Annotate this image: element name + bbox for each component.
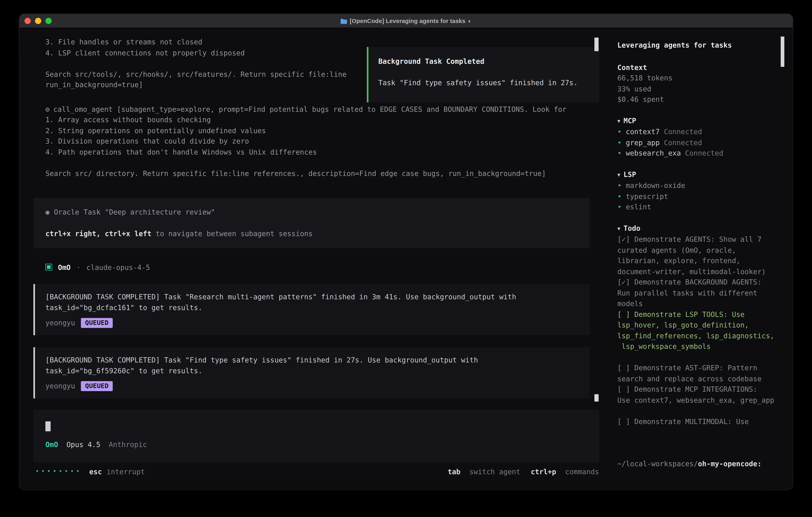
tool-call-line: 4. Path operations that don't handle Win… [32, 146, 599, 157]
bullet-icon: • [617, 191, 621, 202]
collapse-icon: ▼ [617, 225, 620, 231]
fullscreen-button[interactable] [46, 18, 52, 24]
session-sidebar: Leveraging agents for tasks Context 66,5… [610, 28, 793, 490]
path-prefix: ~/local-workspaces/ [617, 459, 698, 468]
todo-item-done: [✓] Demonstrate AGENTS: Show all 7 curat… [617, 234, 778, 277]
scrollback-line: 3. File handles or streams not closed [32, 36, 599, 47]
gear-icon: ⚙ [46, 105, 50, 113]
tool-call-line: 3. Division operations that could divide… [32, 136, 599, 146]
collapse-icon: ▼ [617, 171, 620, 177]
background-task-message: [BACKGROUND TASK COMPLETED] Task "Find t… [33, 347, 590, 399]
provider-label: Anthropic [109, 439, 147, 450]
close-button[interactable] [25, 18, 31, 24]
mcp-item-text: websearch_exaConnected [626, 148, 723, 159]
lsp-item: •typescript [617, 191, 778, 202]
chat-scrollbar-thumb[interactable] [594, 37, 599, 51]
tool-call-text: call_omo_agent [subagent_type=explore, p… [53, 105, 567, 113]
todo-item-pending: [ ] Demonstrate MCP INTEGRATIONS: Use co… [617, 384, 778, 405]
chat-scrollbar-thumb-lower[interactable] [594, 394, 599, 402]
folder-icon [340, 18, 347, 24]
spinner-dots-icon: •••••••• [35, 466, 82, 477]
mcp-section: ▼MCP •context7Connected •grep_appConnect… [617, 115, 778, 159]
context-spent: $0.46 spent [617, 94, 778, 105]
mcp-item: •websearch_exaConnected [617, 148, 778, 159]
mcp-name: context7 [626, 127, 660, 136]
mcp-status: Connected [664, 127, 702, 136]
context-section: Context 66,518 tokens 33% used $0.46 spe… [617, 62, 778, 105]
ctrlp-key-hint: ctrl+p [531, 467, 556, 476]
todo-item-pending: [ ] Demonstrate AST-GREP: Pattern search… [617, 362, 778, 384]
lsp-heading-label: LSP [624, 170, 636, 178]
blank-line [32, 157, 599, 168]
hint-text: to navigate between subagent sessions [151, 229, 313, 238]
session-title: Leveraging agents for tasks [617, 39, 778, 50]
context-heading: Context [617, 62, 778, 73]
collapse-icon: ▼ [617, 118, 620, 124]
tool-call-block: ⚙call_omo_agent [subagent_type=explore, … [32, 104, 599, 179]
separator-dot: · [76, 262, 81, 273]
notification-body: Task "Find type safety issues" finished … [378, 77, 589, 88]
tool-call-line: Search src/ directory. Return specific f… [32, 168, 599, 179]
bullet-icon: • [617, 137, 621, 148]
message-meta: yeongyu QUEUED [46, 317, 579, 328]
bullet-icon: • [617, 126, 621, 137]
screen: [OpenCode] Leveraging agents for tasks ◐… [0, 0, 812, 517]
context-tokens: 66,518 tokens [617, 73, 778, 83]
window-controls [25, 18, 52, 24]
active-agent-label: OmO [46, 439, 58, 450]
lsp-item: •eslint [617, 201, 778, 212]
status-badge: QUEUED [81, 318, 113, 328]
agent-checkbox-icon [46, 264, 52, 271]
active-model-label: Opus 4.5 [66, 439, 100, 450]
sidebar-scrollbar-thumb[interactable] [781, 36, 784, 67]
lsp-heading: ▼LSP [617, 169, 778, 180]
mcp-status: Connected [664, 138, 702, 146]
message-user: yeongyu [46, 317, 75, 328]
oracle-task-panel: ◉ Oracle Task "Deep architecture review"… [33, 198, 590, 248]
mcp-name: grep_app [626, 138, 660, 146]
commands-hint: ctrl+p commands [531, 466, 599, 477]
text-cursor [46, 421, 51, 431]
minimize-button[interactable] [35, 18, 41, 24]
tool-call-header: ⚙call_omo_agent [subagent_type=explore, … [32, 104, 599, 114]
todo-item-done: [✓] Demonstrate BACKGROUND AGENTS: Run p… [617, 277, 778, 309]
terminal-window: [OpenCode] Leveraging agents for tasks ◐… [19, 14, 793, 490]
window-content: 3. File handles or streams not closed 4.… [19, 28, 793, 490]
message-user: yeongyu [46, 380, 75, 391]
agent-model: claude-opus-4-5 [86, 262, 150, 273]
hint-keys: ctrl+x right, ctrl+x left [46, 229, 151, 238]
input-footer: OmO Opus 4.5 Anthropic [46, 439, 586, 450]
bullet-icon: • [617, 201, 621, 212]
mcp-item: •grep_appConnected [617, 137, 778, 148]
todo-heading: ▼Todo [617, 223, 778, 234]
tab-hint: tab switch agent [448, 466, 520, 477]
status-bar: •••••••• esc interrupt tab switch agent … [32, 467, 599, 476]
blank-line [33, 218, 590, 228]
chat-pane: 3. File handles or streams not closed 4.… [32, 28, 599, 490]
todo-section: ▼Todo [✓] Demonstrate AGENTS: Show all 7… [617, 223, 778, 427]
mcp-heading-label: MCP [624, 116, 636, 125]
status-badge: QUEUED [81, 381, 113, 391]
agent-name: OmO [58, 262, 71, 273]
toast-notification: Background Task Completed Task "Find typ… [367, 47, 599, 102]
workspace-path-line: ~/local-workspaces/oh-my-opencode: [617, 458, 778, 469]
mcp-item-text: context7Connected [626, 126, 702, 137]
bullet-icon: • [617, 180, 621, 191]
session-state-icon: ◐ [468, 16, 471, 26]
window-title-text: [OpenCode] Leveraging agents for tasks [350, 16, 465, 26]
window-titlebar[interactable]: [OpenCode] Leveraging agents for tasks ◐ [19, 14, 793, 28]
mcp-item-text: grep_appConnected [626, 137, 702, 148]
background-task-message: [BACKGROUND TASK COMPLETED] Task "Resear… [33, 284, 590, 335]
mcp-heading: ▼MCP [617, 115, 778, 126]
lsp-name: markdown-oxide [626, 180, 685, 191]
tab-key-hint: tab [448, 467, 461, 476]
message-text: [BACKGROUND TASK COMPLETED] Task "Resear… [46, 291, 549, 313]
mcp-status: Connected [685, 149, 723, 157]
message-meta: yeongyu QUEUED [46, 380, 579, 391]
esc-hint-label: interrupt [107, 466, 145, 477]
prompt-input[interactable]: OmO Opus 4.5 Anthropic [33, 410, 599, 463]
keyboard-hints: tab switch agent ctrl+p commands [448, 466, 599, 477]
bullet-icon: • [617, 148, 621, 159]
message-text: [BACKGROUND TASK COMPLETED] Task "Find t… [46, 354, 549, 376]
todo-item-active: [ ] Demonstrate LSP TOOLS: Use lsp_hover… [617, 309, 778, 352]
